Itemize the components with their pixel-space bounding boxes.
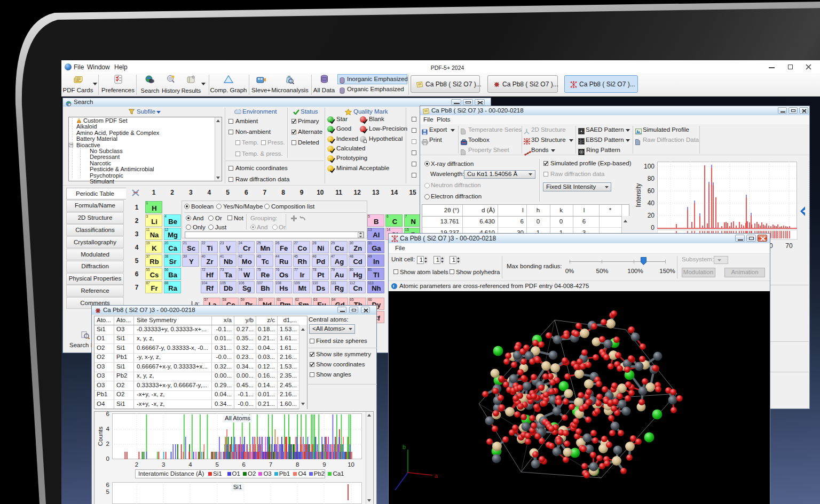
svg-text:b: b (403, 444, 406, 450)
svg-text:a: a (435, 473, 438, 479)
